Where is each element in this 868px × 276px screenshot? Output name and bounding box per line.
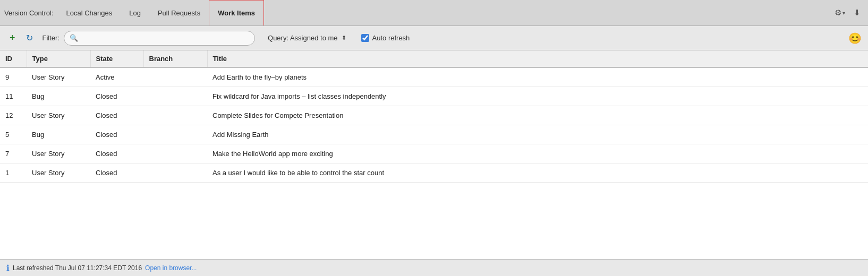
cell-id: 9 [0,67,27,87]
search-icon: 🔍 [70,34,78,42]
query-selector[interactable]: Query: Assigned to me ⇕ [268,34,346,42]
cell-type: User Story [27,163,90,183]
cell-branch [143,144,207,163]
gear-dropdown-arrow: ▾ [843,10,845,16]
cell-title: Add Earth to the fly–by planets [207,67,868,87]
cell-type: User Story [27,106,90,125]
version-control-label: Version Control: [4,9,54,17]
cell-state: Closed [90,144,143,163]
cell-id: 12 [0,106,27,125]
tab-pull-requests[interactable]: Pull Requests [149,0,209,25]
tab-bar: Version Control: Local Changes Log Pull … [0,0,868,26]
add-button[interactable]: + [6,31,19,45]
col-header-type: Type [27,50,90,67]
cell-id: 7 [0,144,27,163]
tab-local-changes[interactable]: Local Changes [58,0,121,25]
cell-id: 11 [0,87,27,106]
cell-branch [143,87,207,106]
work-items-table-container: ID Type State Branch Title 9 User Story … [0,50,868,259]
add-icon: + [10,32,15,44]
auto-refresh-wrap: Auto refresh [361,34,410,42]
query-label-text: Query: Assigned to me [268,34,338,42]
tab-bar-actions: ⚙ ▾ ⬇ [831,6,864,20]
table-row[interactable]: 9 User Story Active Add Earth to the fly… [0,67,868,87]
smiley-icon[interactable]: 😊 [848,32,862,45]
status-text: Last refreshed Thu Jul 07 11:27:34 EDT 2… [13,264,142,272]
query-arrow-icon: ⇕ [342,34,346,41]
refresh-icon: ↻ [26,33,33,43]
search-input-wrap: 🔍 [64,31,255,46]
refresh-button[interactable]: ↻ [23,31,36,45]
cell-title: Make the HelloWorld app more exciting [207,144,868,163]
table-body: 9 User Story Active Add Earth to the fly… [0,67,868,183]
tab-work-items-label: Work Items [218,9,255,17]
settings-button[interactable]: ⚙ ▾ [831,6,848,20]
cell-state: Closed [90,106,143,125]
cell-state: Closed [90,87,143,106]
status-bar: ℹ Last refreshed Thu Jul 07 11:27:34 EDT… [0,259,868,276]
auto-refresh-label[interactable]: Auto refresh [372,34,410,42]
cell-state: Closed [90,125,143,144]
download-icon: ⬇ [854,8,861,17]
toolbar: + ↻ Filter: 🔍 Query: Assigned to me ⇕ Au… [0,26,868,50]
filter-label: Filter: [42,34,60,42]
cell-type: Bug [27,125,90,144]
col-header-branch: Branch [143,50,207,67]
work-items-table: ID Type State Branch Title 9 User Story … [0,50,868,183]
open-in-browser-link[interactable]: Open in browser... [145,264,197,272]
col-header-id: ID [0,50,27,67]
cell-type: Bug [27,87,90,106]
tab-work-items[interactable]: Work Items [209,0,264,25]
cell-title: Complete Slides for Compete Presentation [207,106,868,125]
cell-branch [143,163,207,183]
tab-pull-requests-label: Pull Requests [158,9,200,17]
cell-state: Closed [90,163,143,183]
cell-type: User Story [27,144,90,163]
cell-title: As a user I would like to be able to con… [207,163,868,183]
cell-id: 1 [0,163,27,183]
search-input[interactable] [81,34,249,42]
auto-refresh-checkbox[interactable] [361,34,369,42]
table-header: ID Type State Branch Title [0,50,868,67]
info-icon: ℹ [6,263,10,273]
tab-log-label: Log [129,9,141,17]
cell-branch [143,67,207,87]
table-row[interactable]: 7 User Story Closed Make the HelloWorld … [0,144,868,163]
col-header-title: Title [207,50,868,67]
cell-title: Fix wildcard for Java imports – list cla… [207,87,868,106]
cell-state: Active [90,67,143,87]
cell-id: 5 [0,125,27,144]
table-row[interactable]: 11 Bug Closed Fix wildcard for Java impo… [0,87,868,106]
cell-title: Add Missing Earth [207,125,868,144]
main-content: + ↻ Filter: 🔍 Query: Assigned to me ⇕ Au… [0,26,868,276]
col-header-state: State [90,50,143,67]
tab-log[interactable]: Log [121,0,149,25]
table-row[interactable]: 12 User Story Closed Complete Slides for… [0,106,868,125]
table-row[interactable]: 5 Bug Closed Add Missing Earth [0,125,868,144]
table-row[interactable]: 1 User Story Closed As a user I would li… [0,163,868,183]
download-button[interactable]: ⬇ [850,6,864,20]
gear-icon: ⚙ [835,8,841,18]
cell-branch [143,125,207,144]
cell-branch [143,106,207,125]
tab-local-changes-label: Local Changes [66,9,113,17]
cell-type: User Story [27,67,90,87]
